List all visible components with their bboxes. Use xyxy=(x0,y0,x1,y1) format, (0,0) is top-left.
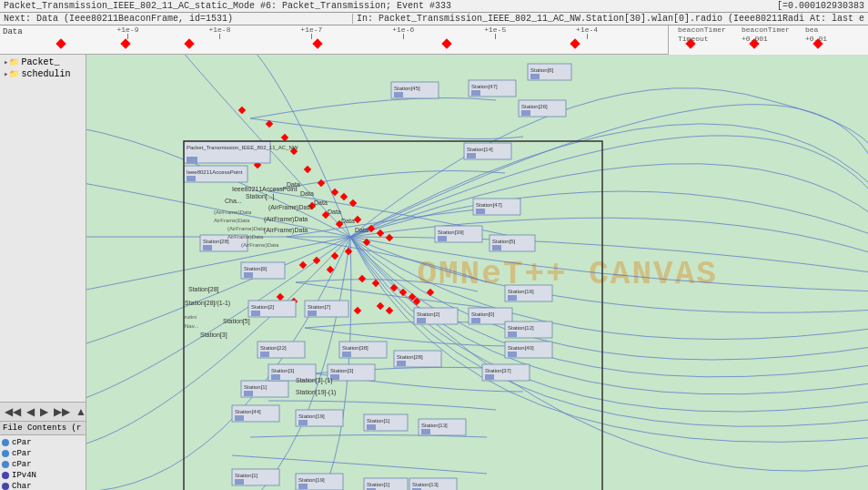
svg-text:Station[37]: Station[37] xyxy=(485,368,511,373)
svg-text:Station[9]: Station[9] xyxy=(244,266,267,271)
timeline-diamond-1 xyxy=(120,38,130,48)
timeline-tick-3: +1e-6 xyxy=(392,26,414,39)
svg-text:Station[12]: Station[12] xyxy=(508,325,534,331)
folder-icon-2: 📁 xyxy=(9,69,19,79)
svg-rect-73 xyxy=(417,318,426,323)
svg-text:Station[1]: Station[1] xyxy=(367,418,390,424)
svg-text:(AirFrame)Data: (AirFrame)Data xyxy=(241,242,279,248)
tree-label-packet: Packet_ xyxy=(21,57,59,67)
svg-text:Station[28]: Station[28] xyxy=(203,239,229,244)
top-bar-1: Packet_Transmission_IEEE_802_11_AC_stati… xyxy=(0,0,868,13)
legend-text-3: IPv4N xyxy=(12,471,36,480)
timeline-tick-1: +1e-8 xyxy=(208,26,230,39)
legend-text-1: cPar xyxy=(12,449,32,458)
svg-rect-156 xyxy=(271,374,280,380)
legend-dot-4 xyxy=(2,483,9,490)
svg-text:Station[22]: Station[22] xyxy=(260,345,287,351)
svg-rect-103 xyxy=(298,420,308,425)
time-value: [=0.000102930383 xyxy=(777,1,864,11)
timeline-ruler[interactable]: +1e-9+1e-8+1e-7+1e-6+1e-5+1e-4 xyxy=(25,26,668,55)
svg-rect-5 xyxy=(304,166,311,173)
expand-icon-scheduling[interactable]: ▸ xyxy=(4,69,8,79)
svg-rect-88 xyxy=(397,361,406,366)
svg-rect-34 xyxy=(427,289,434,296)
sidebar: ▸ 📁 Packet_ ▸ 📁 schedulin ◀◀ ◀ ▶ ▶▶ ▲ Fi… xyxy=(0,55,86,490)
svg-text:AirFrame)Data: AirFrame)Data xyxy=(227,234,264,240)
svg-rect-106 xyxy=(367,424,376,430)
tree-item-scheduling[interactable]: ▸ 📁 schedulin xyxy=(2,68,84,80)
svg-rect-82 xyxy=(260,352,269,357)
svg-text:Station[14]: Station[14] xyxy=(467,147,493,152)
expand-icon-packet[interactable]: ▸ xyxy=(4,57,8,67)
svg-rect-91 xyxy=(508,352,517,357)
svg-rect-13 xyxy=(354,216,361,223)
right-tick-label-1: beaconTimer xyxy=(742,26,790,34)
svg-text:Station[45]: Station[45] xyxy=(394,86,420,91)
svg-text:(AirFrame)Data: (AirFrame)Data xyxy=(214,209,252,215)
timeline-diamond-2 xyxy=(185,38,195,48)
in-event-info: In: Packet_Transmission_IEEE_802_11_AC_N… xyxy=(352,14,864,24)
svg-rect-79 xyxy=(508,295,517,301)
folder-icon: 📁 xyxy=(9,57,19,67)
tree-item-packet[interactable]: ▸ 📁 Packet_ xyxy=(2,56,84,68)
svg-rect-70 xyxy=(244,272,253,278)
svg-text:Station[28]: Station[28] xyxy=(188,286,219,293)
svg-rect-100 xyxy=(235,415,244,421)
svg-rect-18 xyxy=(345,248,352,255)
nav-back-far-button[interactable]: ◀◀ xyxy=(2,404,24,419)
svg-text:Station[19]-(1): Station[19]-(1) xyxy=(296,389,336,396)
legend-dot-0 xyxy=(2,439,9,446)
legend-item-0: cPar xyxy=(2,437,84,448)
svg-rect-19 xyxy=(331,252,338,260)
svg-text:Ieee80211AccessPoint: Ieee80211AccessPoint xyxy=(187,169,243,175)
viz-area[interactable]: OMNeT++ CANVAS xyxy=(86,55,868,490)
svg-text:Station[26]: Station[26] xyxy=(521,104,548,109)
timeline-tick-0: +1e-9 xyxy=(117,26,139,39)
timeline-right: beaconTimerbeaconTimerbeaTimeout+0.001+0… xyxy=(668,26,868,55)
nav-forward-far-button[interactable]: ▶▶ xyxy=(51,404,73,419)
svg-rect-85 xyxy=(342,352,351,357)
svg-rect-46 xyxy=(530,74,540,79)
nav-back-button[interactable]: ◀ xyxy=(24,404,37,419)
svg-text:rutini: rutini xyxy=(185,314,197,320)
svg-rect-31 xyxy=(377,302,384,310)
svg-text:Nav...: Nav... xyxy=(185,323,199,329)
legend-item-4: Char xyxy=(2,481,84,490)
tree-area: ▸ 📁 Packet_ ▸ 📁 schedulin xyxy=(0,55,86,402)
svg-rect-21 xyxy=(299,261,307,269)
svg-text:Data: Data xyxy=(300,190,314,197)
legend-text-0: cPar xyxy=(12,438,32,447)
svg-rect-115 xyxy=(298,484,308,489)
svg-rect-20 xyxy=(313,257,320,264)
svg-rect-7 xyxy=(331,189,338,196)
legend-item-2: cPar xyxy=(2,459,84,470)
legend-dot-1 xyxy=(2,450,9,457)
svg-rect-32 xyxy=(354,307,361,314)
svg-rect-16 xyxy=(386,234,393,241)
svg-rect-49 xyxy=(521,110,530,116)
svg-rect-0 xyxy=(238,107,246,114)
timeline-tick-5: +1e-4 xyxy=(576,26,598,39)
svg-rect-40 xyxy=(187,176,196,181)
svg-text:Station[38]: Station[38] xyxy=(342,345,368,351)
timeline-label: Data xyxy=(0,26,25,38)
svg-rect-43 xyxy=(471,90,480,96)
nav-forward-button[interactable]: ▶ xyxy=(37,404,51,419)
svg-rect-37 xyxy=(187,157,197,164)
file-contents-label: File Contents (r xyxy=(0,421,86,435)
svg-text:(AirFrame)Data: (AirFrame)Data xyxy=(227,226,266,231)
svg-text:Cha...: Cha... xyxy=(225,198,242,204)
svg-rect-61 xyxy=(476,209,485,214)
svg-rect-30 xyxy=(386,307,393,314)
svg-text:Station[47]: Station[47] xyxy=(476,202,502,208)
svg-text:Station[...]: Station[...] xyxy=(246,193,275,200)
svg-text:Station[19]: Station[19] xyxy=(298,477,325,483)
svg-rect-67 xyxy=(203,245,212,250)
svg-text:Station[1]: Station[1] xyxy=(244,384,267,390)
svg-text:Station[7]: Station[7] xyxy=(308,304,331,310)
svg-rect-159 xyxy=(251,311,260,316)
svg-rect-124 xyxy=(308,311,317,316)
network-graph: Packet_Transmission_IEEE_802_11_AC_NW Ie… xyxy=(86,55,868,490)
svg-text:Station[6]: Station[6] xyxy=(530,67,554,73)
timeline-diamond-5 xyxy=(570,38,580,48)
